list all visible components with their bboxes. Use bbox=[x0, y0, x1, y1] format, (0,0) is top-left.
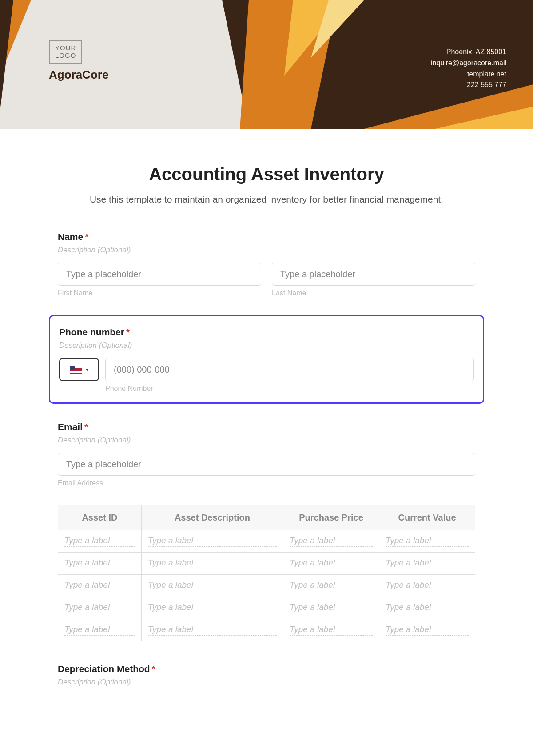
cell-placeholder: Type a label bbox=[386, 602, 469, 613]
cell-placeholder: Type a label bbox=[64, 536, 135, 547]
us-flag-icon bbox=[70, 366, 82, 374]
phone-field-group[interactable]: Phone number* Description (Optional) ▾ P… bbox=[49, 315, 484, 404]
logo-line1: YOUR bbox=[55, 44, 76, 52]
cell-placeholder: Type a label bbox=[290, 625, 373, 636]
table-cell[interactable]: Type a label bbox=[283, 530, 379, 553]
table-cell[interactable]: Type a label bbox=[58, 575, 142, 597]
cell-placeholder: Type a label bbox=[64, 602, 135, 613]
table-cell[interactable]: Type a label bbox=[379, 597, 475, 619]
contact-site: template.net bbox=[431, 69, 506, 80]
cell-placeholder: Type a label bbox=[148, 536, 277, 547]
table-cell[interactable]: Type a label bbox=[283, 597, 379, 619]
first-name-sublabel: First Name bbox=[58, 289, 261, 297]
cell-placeholder: Type a label bbox=[290, 536, 373, 547]
cell-placeholder: Type a label bbox=[386, 580, 469, 591]
page-title: Accounting Asset Inventory bbox=[58, 164, 475, 184]
table-row: Type a labelType a labelType a labelType… bbox=[58, 619, 475, 641]
table-cell[interactable]: Type a label bbox=[141, 597, 283, 619]
name-description[interactable]: Description (Optional) bbox=[58, 246, 475, 255]
cell-placeholder: Type a label bbox=[64, 580, 135, 591]
table-cell[interactable]: Type a label bbox=[141, 530, 283, 553]
cell-placeholder: Type a label bbox=[148, 558, 277, 569]
first-name-input[interactable] bbox=[58, 263, 261, 286]
col-asset-desc: Asset Description bbox=[141, 505, 283, 530]
last-name-sublabel: Last Name bbox=[272, 289, 475, 297]
cell-placeholder: Type a label bbox=[64, 558, 135, 569]
table-cell[interactable]: Type a label bbox=[379, 575, 475, 597]
chevron-down-icon: ▾ bbox=[86, 366, 88, 373]
table-cell[interactable]: Type a label bbox=[58, 553, 142, 575]
table-header-row: Asset ID Asset Description Purchase Pric… bbox=[58, 505, 475, 530]
email-sublabel: Email Address bbox=[58, 479, 475, 487]
name-field-group: Name* Description (Optional) First Name … bbox=[58, 231, 475, 297]
logo-block: YOUR LOGO AgoraCore bbox=[49, 40, 108, 82]
table-cell[interactable]: Type a label bbox=[58, 530, 142, 553]
svg-marker-1 bbox=[0, 0, 13, 111]
brand-name: AgoraCore bbox=[49, 68, 108, 82]
email-field-group: Email* Description (Optional) Email Addr… bbox=[58, 422, 475, 487]
phone-label: Phone number* bbox=[59, 327, 474, 338]
col-current-value: Current Value bbox=[379, 505, 475, 530]
contact-phone: 222 555 777 bbox=[431, 80, 506, 91]
last-name-input[interactable] bbox=[272, 263, 475, 286]
phone-description[interactable]: Description (Optional) bbox=[59, 341, 474, 350]
required-mark: * bbox=[126, 327, 130, 337]
cell-placeholder: Type a label bbox=[148, 580, 277, 591]
table-cell[interactable]: Type a label bbox=[58, 597, 142, 619]
required-mark: * bbox=[85, 231, 88, 242]
required-mark: * bbox=[152, 664, 155, 674]
contact-email: inquire@agoracore.mail bbox=[431, 58, 506, 69]
asset-table-body: Type a labelType a labelType a labelType… bbox=[58, 530, 475, 641]
cell-placeholder: Type a label bbox=[64, 625, 135, 636]
asset-table: Asset ID Asset Description Purchase Pric… bbox=[58, 505, 475, 641]
table-cell[interactable]: Type a label bbox=[283, 553, 379, 575]
table-cell[interactable]: Type a label bbox=[283, 619, 379, 641]
cell-placeholder: Type a label bbox=[290, 602, 373, 613]
required-mark: * bbox=[84, 422, 88, 432]
page-subtitle: Use this template to maintain an organiz… bbox=[58, 194, 475, 205]
depreciation-description[interactable]: Description (Optional) bbox=[58, 678, 475, 687]
depreciation-label: Depreciation Method* bbox=[58, 664, 475, 674]
table-cell[interactable]: Type a label bbox=[379, 530, 475, 553]
page-header: YOUR LOGO AgoraCore Phoenix, AZ 85001 in… bbox=[0, 0, 533, 129]
country-code-select[interactable]: ▾ bbox=[59, 358, 99, 381]
table-row: Type a labelType a labelType a labelType… bbox=[58, 575, 475, 597]
email-label: Email* bbox=[58, 422, 475, 432]
table-row: Type a labelType a labelType a labelType… bbox=[58, 530, 475, 553]
depreciation-field-group: Depreciation Method* Description (Option… bbox=[58, 664, 475, 687]
name-label: Name* bbox=[58, 231, 475, 242]
cell-placeholder: Type a label bbox=[290, 558, 373, 569]
contact-info: Phoenix, AZ 85001 inquire@agoracore.mail… bbox=[431, 47, 506, 91]
table-cell[interactable]: Type a label bbox=[141, 619, 283, 641]
phone-sublabel: Phone Number bbox=[105, 385, 474, 393]
cell-placeholder: Type a label bbox=[290, 580, 373, 591]
table-row: Type a labelType a labelType a labelType… bbox=[58, 597, 475, 619]
cell-placeholder: Type a label bbox=[386, 558, 469, 569]
table-row: Type a labelType a labelType a labelType… bbox=[58, 553, 475, 575]
email-input[interactable] bbox=[58, 453, 475, 476]
cell-placeholder: Type a label bbox=[386, 625, 469, 636]
table-cell[interactable]: Type a label bbox=[141, 553, 283, 575]
logo-line2: LOGO bbox=[55, 52, 76, 60]
phone-number-input[interactable] bbox=[105, 358, 474, 381]
cell-placeholder: Type a label bbox=[386, 536, 469, 547]
table-cell[interactable]: Type a label bbox=[379, 619, 475, 641]
col-asset-id: Asset ID bbox=[58, 505, 142, 530]
form-content: Accounting Asset Inventory Use this temp… bbox=[0, 129, 533, 712]
table-cell[interactable]: Type a label bbox=[58, 619, 142, 641]
col-purchase-price: Purchase Price bbox=[283, 505, 379, 530]
cell-placeholder: Type a label bbox=[148, 625, 277, 636]
logo-placeholder: YOUR LOGO bbox=[49, 40, 82, 64]
table-cell[interactable]: Type a label bbox=[283, 575, 379, 597]
table-cell[interactable]: Type a label bbox=[379, 553, 475, 575]
table-cell[interactable]: Type a label bbox=[141, 575, 283, 597]
email-description[interactable]: Description (Optional) bbox=[58, 436, 475, 445]
contact-address: Phoenix, AZ 85001 bbox=[431, 47, 506, 58]
cell-placeholder: Type a label bbox=[148, 602, 277, 613]
